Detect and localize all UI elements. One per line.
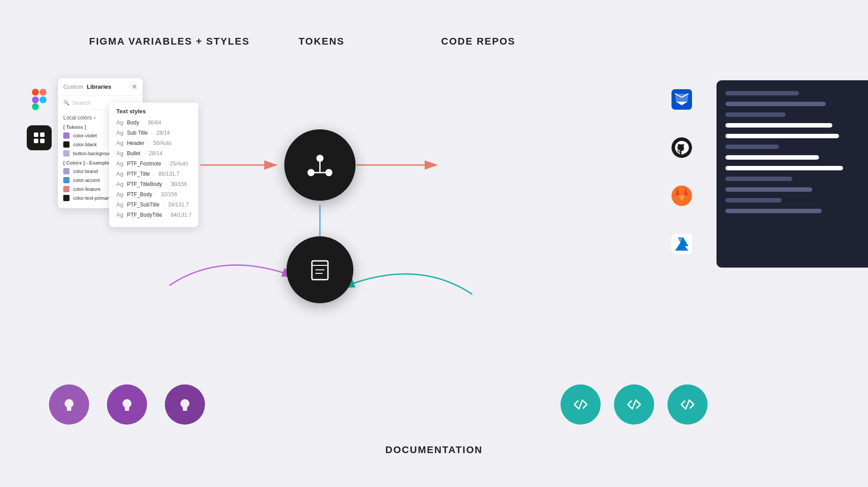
text-style-ptf-bodytitle: Ag PTF_BodyTitle · 64/131.7 bbox=[116, 211, 191, 218]
tab-custom[interactable]: Custom bbox=[63, 83, 83, 90]
svg-rect-15 bbox=[34, 139, 38, 143]
svg-rect-11 bbox=[32, 103, 39, 110]
code-line bbox=[725, 134, 839, 138]
figma-header: FIGMA VARIABLES + STYLES bbox=[89, 36, 250, 47]
panel-tabs: Custom Libraries bbox=[63, 83, 111, 90]
svg-point-17 bbox=[316, 155, 323, 162]
code-line bbox=[725, 177, 792, 181]
plugin-circles bbox=[49, 384, 205, 425]
color-swatch-black bbox=[63, 141, 70, 148]
color-name-text-primary: color-text-primary bbox=[73, 195, 111, 201]
tokens-node bbox=[284, 129, 356, 201]
svg-line-35 bbox=[632, 400, 636, 409]
text-style-ptf-titlebody: Ag PTF_TitleBody · 30/156 bbox=[116, 181, 191, 187]
figma-logo bbox=[27, 87, 52, 112]
github-icon bbox=[669, 135, 694, 160]
svg-rect-10 bbox=[32, 96, 39, 103]
azure-icon bbox=[669, 231, 694, 256]
svg-rect-32 bbox=[125, 409, 129, 411]
bitbucket-icon bbox=[669, 87, 694, 112]
svg-rect-33 bbox=[183, 409, 187, 411]
plugin-circle-2 bbox=[107, 384, 147, 425]
svg-rect-16 bbox=[40, 139, 45, 143]
svg-rect-13 bbox=[34, 132, 38, 137]
svg-rect-8 bbox=[32, 89, 39, 95]
color-name-violet: color-violet bbox=[73, 133, 97, 138]
documentation-label: DOCUMENTATION bbox=[385, 444, 483, 456]
color-swatch-text-primary bbox=[63, 195, 70, 201]
svg-point-12 bbox=[40, 96, 46, 103]
color-swatch-violet bbox=[63, 132, 70, 139]
color-swatch-feature bbox=[63, 186, 70, 192]
color-swatch-brand bbox=[63, 168, 70, 174]
text-style-bullet: Ag Bullet · 28/14 bbox=[116, 150, 191, 157]
main-container: FIGMA VARIABLES + STYLES TOKENS CODE REP… bbox=[0, 0, 868, 487]
svg-rect-31 bbox=[67, 409, 71, 411]
code-circles bbox=[561, 384, 708, 425]
code-line bbox=[725, 112, 786, 117]
text-style-ptf-subtitle: Ag PTF_SubTitle · 24/131.7 bbox=[116, 201, 191, 208]
code-line bbox=[725, 123, 832, 128]
color-name-black: color-black bbox=[73, 142, 97, 147]
code-line bbox=[725, 155, 819, 160]
tokens-header: TOKENS bbox=[299, 36, 344, 47]
figma-component-icon bbox=[27, 125, 52, 150]
code-line bbox=[725, 144, 779, 149]
code-line bbox=[725, 91, 799, 95]
plugin-circle-3 bbox=[165, 384, 205, 425]
code-circle-2 bbox=[614, 384, 654, 425]
color-swatch-accent bbox=[63, 177, 70, 183]
code-line bbox=[725, 209, 822, 213]
svg-rect-9 bbox=[40, 89, 46, 95]
text-styles-panel: Text styles Ag Body · 36/64 Ag Sub Title… bbox=[109, 103, 198, 227]
color-name-accent: color-accent bbox=[73, 177, 100, 183]
tab-libraries[interactable]: Libraries bbox=[87, 83, 111, 90]
svg-line-36 bbox=[686, 400, 689, 409]
plugin-circle-1 bbox=[49, 384, 89, 425]
text-style-ptf-footnote: Ag PTF_Footnote · 25/Auto bbox=[116, 160, 191, 167]
svg-line-34 bbox=[579, 400, 582, 409]
text-style-header: Ag Header · 50/Auto bbox=[116, 140, 191, 146]
repo-icons-column bbox=[669, 87, 694, 256]
svg-point-28 bbox=[671, 137, 692, 158]
code-circle-3 bbox=[667, 384, 708, 425]
figma-app-icons bbox=[27, 87, 52, 150]
code-line bbox=[725, 187, 812, 192]
search-icon: 🔍 bbox=[63, 100, 70, 106]
text-style-body: Ag Body · 36/64 bbox=[116, 119, 191, 126]
text-style-ptf-title: Ag PTF_Title · 85/131.7 bbox=[116, 170, 191, 177]
panel-header: Custom Libraries ✕ bbox=[58, 78, 143, 96]
documentation-node bbox=[287, 236, 353, 303]
search-placeholder: Search bbox=[72, 99, 90, 106]
code-line bbox=[725, 166, 843, 170]
text-style-subtitle: Ag Sub Title · 28/14 bbox=[116, 129, 191, 136]
code-line bbox=[725, 198, 782, 202]
svg-rect-14 bbox=[40, 132, 45, 137]
color-swatch-button-bg bbox=[63, 150, 70, 157]
text-styles-header: Text styles bbox=[116, 108, 191, 115]
code-line bbox=[725, 102, 826, 106]
close-icon[interactable]: ✕ bbox=[131, 83, 137, 91]
local-colors-label: Local colors bbox=[63, 115, 92, 121]
color-name-brand: color-brand bbox=[73, 169, 98, 174]
color-name-feature: color-feature bbox=[73, 186, 101, 192]
text-style-ptf-body: Ag PTF_Body · 32/156 bbox=[116, 191, 191, 198]
code-editor bbox=[717, 80, 868, 268]
repos-header: CODE REPOS bbox=[441, 36, 516, 47]
code-circle-1 bbox=[561, 384, 601, 425]
chevron-down-icon: ▾ bbox=[94, 116, 96, 120]
gitlab-icon bbox=[669, 183, 694, 208]
